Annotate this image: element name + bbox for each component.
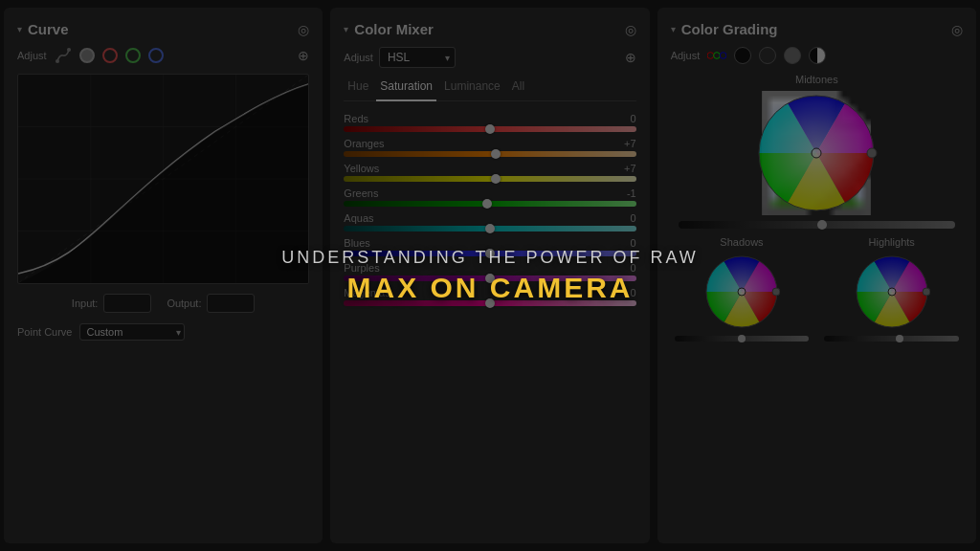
midtones-slider-thumb[interactable] bbox=[817, 220, 827, 230]
curve-title-row: ▾ Curve bbox=[17, 21, 69, 37]
curve-canvas[interactable] bbox=[17, 74, 309, 284]
curve-panel-header: ▾ Curve ◎ bbox=[17, 21, 309, 37]
input-field-group: Input: bbox=[72, 294, 152, 313]
mixer-target-icon[interactable]: ⊕ bbox=[625, 50, 636, 65]
shadows-wheel-dot[interactable] bbox=[738, 288, 746, 296]
curve-tool-icon[interactable] bbox=[55, 47, 72, 64]
color-sliders: Reds 0 Oranges +7 Yellow bbox=[344, 113, 635, 306]
mixer-adjust-label: Adjust bbox=[344, 52, 373, 63]
shadows-section: Shadows bbox=[671, 236, 813, 342]
grading-title-row: ▾ Color Grading bbox=[671, 21, 778, 37]
tab-hue[interactable]: Hue bbox=[344, 77, 372, 95]
yellows-label: Yellows bbox=[344, 163, 379, 174]
grading-channels-icon[interactable] bbox=[707, 49, 726, 62]
mixer-chevron-icon[interactable]: ▾ bbox=[344, 24, 348, 34]
curve-visibility-icon[interactable]: ◎ bbox=[298, 22, 309, 37]
magentas-slider-track[interactable] bbox=[344, 300, 635, 306]
grading-panel-header: ▾ Color Grading ◎ bbox=[671, 21, 963, 37]
curve-adjust-label: Adjust bbox=[17, 50, 47, 61]
mixer-visibility-icon[interactable]: ◎ bbox=[625, 22, 636, 37]
reds-slider-thumb[interactable] bbox=[485, 124, 495, 134]
curve-target-icon[interactable]: ⊕ bbox=[298, 48, 309, 63]
highlights-color-wheel[interactable] bbox=[854, 253, 930, 330]
point-curve-select[interactable]: Custom Linear Medium Contrast Strong Con… bbox=[79, 323, 185, 341]
shadows-slider-thumb[interactable] bbox=[738, 335, 746, 342]
curve-svg bbox=[18, 75, 308, 283]
aquas-slider-row: Aquas 0 bbox=[344, 212, 635, 231]
red-channel-dot[interactable] bbox=[102, 48, 118, 63]
output-label: Output: bbox=[167, 298, 201, 309]
hsl-select-wrapper[interactable]: HSL HSV Mixed bbox=[379, 47, 456, 68]
blue-channel-dot[interactable] bbox=[148, 48, 164, 63]
oranges-slider-track[interactable] bbox=[344, 151, 635, 157]
aquas-slider-thumb[interactable] bbox=[485, 224, 495, 233]
midtones-color-wheel[interactable] bbox=[754, 91, 879, 215]
blues-slider-thumb[interactable] bbox=[485, 249, 495, 258]
curve-panel: ▾ Curve ◎ Adjust ⊕ bbox=[4, 8, 323, 543]
purples-slider-thumb[interactable] bbox=[485, 274, 495, 283]
blues-slider-track[interactable] bbox=[344, 251, 635, 256]
grading-dark-circle[interactable] bbox=[759, 47, 776, 64]
highlights-wheel-dot[interactable] bbox=[888, 288, 896, 296]
purples-slider-track[interactable] bbox=[344, 276, 635, 281]
magentas-slider-thumb[interactable] bbox=[485, 298, 495, 308]
oranges-slider-thumb[interactable] bbox=[491, 149, 501, 159]
color-grading-panel: ▾ Color Grading ◎ Adjust Midtones bbox=[657, 8, 976, 543]
oranges-slider-row: Oranges +7 bbox=[344, 138, 635, 157]
grading-visibility-icon[interactable]: ◎ bbox=[951, 22, 963, 37]
curve-input-row: Input: Output: bbox=[17, 294, 309, 313]
greens-slider-thumb[interactable] bbox=[482, 199, 492, 209]
curve-panel-title: Curve bbox=[28, 21, 69, 37]
svg-point-10 bbox=[714, 53, 721, 59]
yellows-slider-thumb[interactable] bbox=[491, 174, 501, 184]
highlights-slider[interactable] bbox=[824, 336, 959, 342]
grading-chevron-icon[interactable]: ▾ bbox=[671, 24, 676, 34]
tab-saturation[interactable]: Saturation bbox=[376, 77, 436, 101]
grading-adjust-row: Adjust bbox=[671, 47, 963, 64]
aquas-slider-track[interactable] bbox=[344, 226, 635, 231]
grading-half-circle[interactable] bbox=[809, 47, 826, 64]
magentas-slider-row: Magentas 0 bbox=[344, 287, 635, 306]
midtones-sat-dot[interactable] bbox=[867, 148, 877, 158]
aquas-value: 0 bbox=[613, 212, 636, 224]
mixer-tabs: Hue Saturation Luminance All bbox=[344, 77, 635, 101]
greens-label: Greens bbox=[344, 187, 378, 199]
shadows-wheel-container bbox=[671, 253, 813, 330]
grading-mid-circle[interactable] bbox=[784, 47, 801, 64]
grading-adjust-label: Adjust bbox=[671, 50, 701, 61]
curve-input-field[interactable] bbox=[103, 294, 151, 313]
highlights-label: Highlights bbox=[820, 236, 963, 248]
green-channel-dot[interactable] bbox=[125, 48, 141, 63]
svg-point-0 bbox=[56, 59, 59, 63]
shadows-sat-dot[interactable] bbox=[772, 288, 780, 296]
greens-slider-track[interactable] bbox=[344, 201, 635, 207]
yellows-slider-track[interactable] bbox=[344, 176, 635, 182]
reds-slider-row: Reds 0 bbox=[344, 113, 635, 132]
grading-black-circle[interactable] bbox=[734, 47, 751, 64]
oranges-value: +7 bbox=[613, 138, 636, 149]
gray-channel-dot[interactable] bbox=[79, 48, 95, 63]
yellows-slider-row: Yellows +7 bbox=[344, 163, 635, 182]
mixer-title-row: ▾ Color Mixer bbox=[344, 21, 434, 37]
shadows-slider[interactable] bbox=[675, 336, 810, 342]
shadows-color-wheel[interactable] bbox=[703, 253, 780, 330]
tab-all[interactable]: All bbox=[508, 77, 528, 95]
reds-slider-track[interactable] bbox=[344, 126, 635, 132]
blues-label: Blues bbox=[344, 237, 370, 249]
curve-chevron-icon[interactable]: ▾ bbox=[17, 24, 22, 34]
tab-luminance[interactable]: Luminance bbox=[440, 77, 504, 95]
purples-label: Purples bbox=[344, 262, 379, 274]
midtones-wheel-dot[interactable] bbox=[812, 148, 821, 158]
highlights-wheel-container bbox=[820, 253, 963, 330]
hsl-select[interactable]: HSL HSV Mixed bbox=[379, 47, 456, 68]
magentas-label: Magentas bbox=[344, 287, 390, 298]
mixer-panel-header: ▾ Color Mixer ◎ bbox=[344, 21, 635, 37]
oranges-label: Oranges bbox=[344, 138, 384, 149]
highlights-slider-thumb[interactable] bbox=[896, 335, 903, 342]
point-curve-select-wrapper[interactable]: Custom Linear Medium Contrast Strong Con… bbox=[79, 322, 185, 341]
midtones-slider[interactable] bbox=[679, 221, 955, 229]
highlights-sat-dot[interactable] bbox=[923, 288, 930, 296]
input-label: Input: bbox=[72, 298, 99, 309]
purples-slider-row: Purples 0 bbox=[344, 262, 635, 281]
curve-output-field[interactable] bbox=[207, 294, 255, 313]
